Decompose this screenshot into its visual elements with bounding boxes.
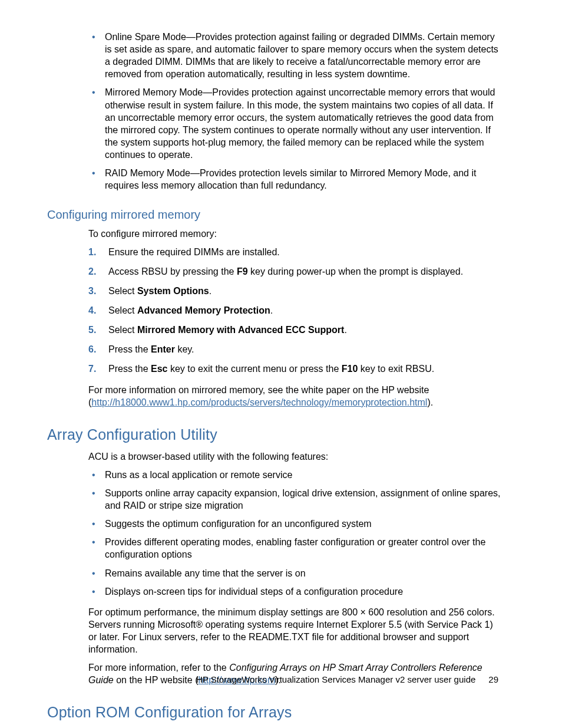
text: ).	[427, 397, 433, 407]
heading-array-configuration-utility: Array Configuration Utility	[47, 425, 501, 444]
list-item: Supports online array capacity expansion…	[88, 487, 501, 512]
step-item: Access RBSU by pressing the F9 key durin…	[88, 265, 501, 278]
list-item: Provides different operating modes, enab…	[88, 536, 501, 561]
step-text: key.	[175, 344, 194, 354]
key-name: Enter	[151, 344, 175, 354]
mirrored-intro: To configure mirrored memory:	[88, 228, 501, 240]
list-item: Displays on-screen tips for individual s…	[88, 585, 501, 598]
list-item-text: Remains available any time that the serv…	[105, 568, 306, 578]
mirrored-steps: Ensure the required DIMMs are installed.…	[88, 246, 501, 375]
step-item: Press the Enter key.	[88, 343, 501, 355]
list-item-text: Mirrored Memory Mode—Provides protection…	[105, 87, 495, 160]
step-text: key during power-up when the prompt is d…	[248, 266, 464, 276]
step-text: key to exit the current menu or press th…	[168, 364, 342, 374]
mirrored-more-info: For more information on mirrored memory,…	[88, 384, 501, 409]
list-item-text: Online Spare Mode—Provides protection ag…	[105, 32, 498, 79]
step-text: Select	[108, 286, 137, 296]
list-item: Runs as a local application or remote se…	[88, 469, 501, 481]
page-footer: HP StorageWorks Virtualization Services …	[0, 674, 562, 686]
list-item: Online Spare Mode—Provides protection ag…	[88, 31, 501, 80]
page: Online Spare Mode—Provides protection ag…	[0, 0, 562, 728]
step-text: Ensure the required DIMMs are installed.	[108, 247, 280, 257]
list-item-text: Supports online array capacity expansion…	[105, 488, 501, 510]
acu-features-list: Runs as a local application or remote se…	[88, 469, 501, 598]
acu-body: ACU is a browser-based utility with the …	[88, 450, 501, 687]
text: For more information, refer to the	[88, 663, 229, 673]
mirrored-body: To configure mirrored memory: Ensure the…	[88, 228, 501, 409]
list-item: Suggests the optimum configuration for a…	[88, 518, 501, 530]
step-text: .	[344, 325, 346, 335]
step-item: Ensure the required DIMMs are installed.	[88, 246, 501, 258]
key-name: F10	[342, 364, 358, 374]
key-name: Esc	[151, 364, 167, 374]
list-item-text: Suggests the optimum configuration for a…	[105, 519, 372, 529]
key-name: F9	[237, 266, 248, 276]
list-item: RAID Memory Mode—Provides protection lev…	[88, 167, 501, 192]
list-item-text: Runs as a local application or remote se…	[105, 470, 292, 480]
list-item-text: Displays on-screen tips for individual s…	[105, 587, 403, 597]
option-name: Advanced Memory Protection	[137, 305, 270, 315]
option-name: System Options	[137, 286, 209, 296]
step-text: Select	[108, 305, 137, 315]
list-item-text: RAID Memory Mode—Provides protection lev…	[105, 168, 476, 190]
step-text: Select	[108, 325, 137, 335]
step-text: Press the	[108, 364, 151, 374]
list-item-text: Provides different operating modes, enab…	[105, 537, 485, 559]
option-name: Mirrored Memory with Advanced ECC Suppor…	[137, 325, 344, 335]
step-item: Select System Options.	[88, 285, 501, 297]
acu-intro: ACU is a browser-based utility with the …	[88, 450, 501, 463]
link-memoryprotection[interactable]: http://h18000.www1.hp.com/products/serve…	[91, 397, 427, 407]
step-text: Press the	[108, 344, 151, 354]
step-item: Press the Esc key to exit the current me…	[88, 363, 501, 375]
step-text: .	[270, 305, 273, 315]
memory-modes-block: Online Spare Mode—Provides protection ag…	[88, 31, 501, 192]
list-item: Mirrored Memory Mode—Provides protection…	[88, 86, 501, 161]
step-text: key to exit RBSU.	[358, 364, 434, 374]
list-item: Remains available any time that the serv…	[88, 567, 501, 579]
step-text: Access RBSU by pressing the	[108, 266, 237, 276]
step-item: Select Advanced Memory Protection.	[88, 304, 501, 317]
page-number: 29	[488, 674, 498, 684]
step-text: .	[209, 286, 211, 296]
heading-option-rom-configuration: Option ROM Configuration for Arrays	[47, 703, 501, 722]
heading-configuring-mirrored-memory: Configuring mirrored memory	[47, 207, 501, 222]
footer-title: HP StorageWorks Virtualization Services …	[196, 674, 475, 684]
memory-modes-list: Online Spare Mode—Provides protection ag…	[88, 31, 501, 192]
acu-requirements: For optimum performance, the minimum dis…	[88, 606, 501, 655]
step-item: Select Mirrored Memory with Advanced ECC…	[88, 324, 501, 336]
